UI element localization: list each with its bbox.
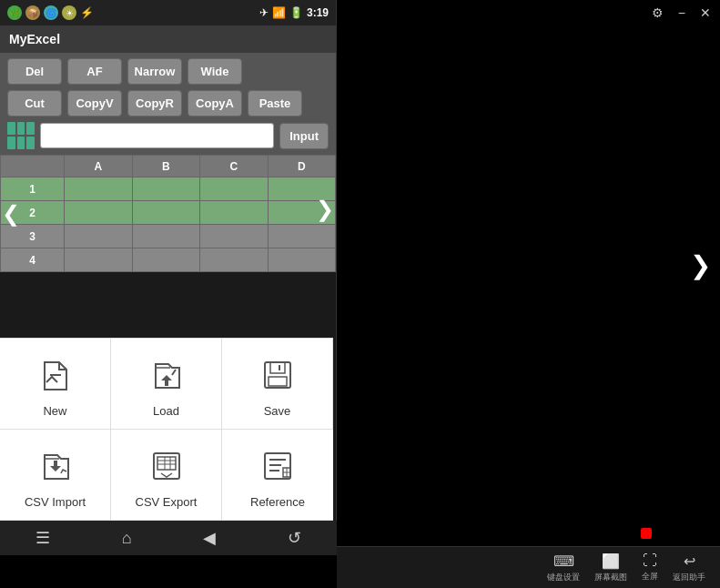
svg-rect-3 xyxy=(269,377,287,386)
cell-b1[interactable] xyxy=(132,177,200,201)
grid-cell xyxy=(7,122,15,135)
copya-button[interactable]: CopyA xyxy=(188,90,242,117)
taskbar-fullscreen[interactable]: ⛶ 全屏 xyxy=(642,553,658,583)
taskbar: ⌨ 键盘设置 ⬜ 屏幕截图 ⛶ 全屏 ↩ 返回助手 xyxy=(337,546,720,588)
phone-frame: 🌿 📦 🌀 ☀ ⚡ ✈ 📶 🔋 3:19 MyExcel Del AF Narr… xyxy=(0,0,337,555)
taskbar-keyboard-settings[interactable]: ⌨ 键盘设置 xyxy=(547,553,580,583)
csv-import-icon xyxy=(34,444,77,488)
cut-button[interactable]: Cut xyxy=(7,90,62,117)
reference-label: Reference xyxy=(250,495,305,509)
grid-icon[interactable] xyxy=(7,122,35,149)
load-label: Load xyxy=(153,404,179,418)
paste-button[interactable]: Paste xyxy=(248,90,302,117)
close-button[interactable]: ✕ xyxy=(696,4,715,22)
cell-b2[interactable] xyxy=(132,201,200,225)
icon-4: ☀ xyxy=(62,5,76,20)
settings-icon[interactable]: ⚙ xyxy=(648,4,667,22)
app-title-bar: MyExcel xyxy=(0,25,336,53)
spreadsheet-container: ❮ A B C D 1 2 xyxy=(0,155,336,272)
cell-a4[interactable] xyxy=(65,248,133,272)
status-bar: 🌿 📦 🌀 ☀ ⚡ ✈ 📶 🔋 3:19 xyxy=(0,0,336,25)
table-row[interactable]: 3 xyxy=(1,225,336,248)
taskbar-screenshot[interactable]: ⬜ 屏幕截图 xyxy=(594,553,627,583)
toolbar-row-1: Del AF Narrow Wide xyxy=(7,58,329,85)
table-row[interactable]: 1 xyxy=(1,177,336,201)
minimize-button[interactable]: − xyxy=(674,4,689,22)
menu-load-button[interactable]: Load xyxy=(111,339,222,430)
svg-rect-6 xyxy=(157,457,176,470)
save-icon xyxy=(256,353,299,397)
row-label-3: 3 xyxy=(1,225,65,248)
col-header-c: C xyxy=(200,156,269,177)
toolbar-area: Del AF Narrow Wide Cut CopyV CopyR CopyA… xyxy=(0,53,336,155)
formula-input[interactable] xyxy=(40,123,274,148)
grid-cell xyxy=(26,122,35,135)
copyv-button[interactable]: CopyV xyxy=(67,90,122,117)
cell-c4[interactable] xyxy=(200,248,269,272)
input-row: Input xyxy=(7,122,329,149)
home-nav-button[interactable]: ⌂ xyxy=(113,525,141,552)
cell-b4[interactable] xyxy=(132,248,200,272)
cell-d3[interactable] xyxy=(268,225,336,248)
right-page-arrow[interactable]: ❯ xyxy=(690,249,711,279)
bottom-navigation: ☰ ⌂ ◀ ↺ xyxy=(0,521,337,555)
svg-rect-2 xyxy=(270,362,285,373)
del-button[interactable]: Del xyxy=(7,58,62,85)
toolbar-row-2: Cut CopyV CopyR CopyA Paste xyxy=(7,90,329,117)
nav-right-arrow[interactable]: ❯ xyxy=(316,197,334,222)
csv-export-icon xyxy=(145,444,188,488)
col-header-b: B xyxy=(132,156,200,177)
menu-grid: New Load xyxy=(0,339,333,521)
copyr-button[interactable]: CopyR xyxy=(127,90,182,117)
csv-export-label: CSV Export xyxy=(136,495,198,509)
back-assistant-label: 返回助手 xyxy=(673,572,705,583)
taskbar-back-assistant[interactable]: ↩ 返回助手 xyxy=(673,553,705,583)
row-label-4: 4 xyxy=(1,248,65,272)
nav-left-arrow[interactable]: ❮ xyxy=(2,201,20,227)
load-icon xyxy=(145,353,188,397)
icon-1: 🌿 xyxy=(7,5,22,20)
screenshot-label: 屏幕截图 xyxy=(594,572,627,583)
cell-b3[interactable] xyxy=(132,225,200,248)
col-header-d: D xyxy=(268,156,336,177)
rotate-nav-button[interactable]: ↺ xyxy=(279,524,310,552)
icon-2: 📦 xyxy=(25,5,40,20)
wide-button[interactable]: Wide xyxy=(188,58,242,85)
cell-c3[interactable] xyxy=(200,225,269,248)
reference-icon xyxy=(256,444,299,488)
menu-nav-button[interactable]: ☰ xyxy=(26,524,59,552)
screenshot-icon: ⬜ xyxy=(602,553,620,570)
menu-overlay: New Load xyxy=(0,338,333,521)
keyboard-settings-icon: ⌨ xyxy=(553,553,574,570)
cell-c1[interactable] xyxy=(200,177,269,201)
col-header-a: A xyxy=(65,156,133,177)
narrow-button[interactable]: Narrow xyxy=(127,58,182,85)
menu-reference-button[interactable]: Reference xyxy=(222,430,333,521)
cell-d4[interactable] xyxy=(268,248,336,272)
signal-area: ✈ 📶 🔋 3:19 xyxy=(259,6,329,19)
back-assistant-icon: ↩ xyxy=(684,553,695,570)
keyboard-settings-label: 键盘设置 xyxy=(547,572,580,583)
app-title: MyExcel xyxy=(9,32,60,46)
menu-csv-export-button[interactable]: CSV Export xyxy=(111,430,222,521)
table-row[interactable]: 2 xyxy=(1,201,336,225)
usb-icon: ⚡ xyxy=(80,6,94,19)
menu-csv-import-button[interactable]: CSV Import xyxy=(0,430,111,521)
menu-new-button[interactable]: New xyxy=(0,339,111,430)
status-icons: 🌿 📦 🌀 ☀ ⚡ xyxy=(7,5,94,20)
menu-save-button[interactable]: Save xyxy=(222,339,333,430)
wifi-icon: 📶 xyxy=(272,6,286,19)
red-dot-indicator xyxy=(641,528,652,539)
cell-a1[interactable] xyxy=(65,177,133,201)
table-row[interactable]: 4 xyxy=(1,248,336,272)
cell-a3[interactable] xyxy=(65,225,133,248)
back-nav-button[interactable]: ◀ xyxy=(194,524,225,552)
cell-a2[interactable] xyxy=(65,201,133,225)
grid-cell xyxy=(26,137,35,149)
new-icon xyxy=(34,353,77,397)
cell-c2[interactable] xyxy=(200,201,269,225)
save-label: Save xyxy=(264,404,291,418)
af-button[interactable]: AF xyxy=(67,58,122,85)
grid-cell xyxy=(17,122,25,135)
input-button[interactable]: Input xyxy=(279,123,329,149)
